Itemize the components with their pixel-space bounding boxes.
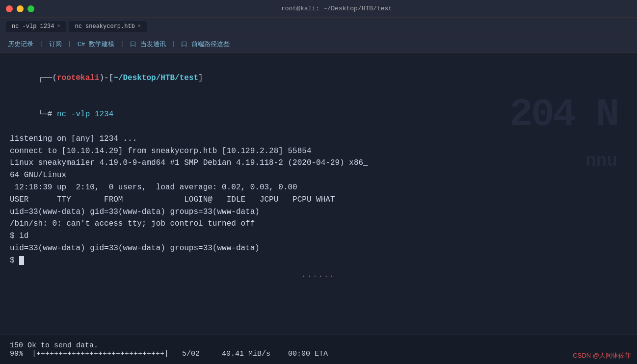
minimize-button[interactable] (17, 5, 24, 12)
maximize-button[interactable] (27, 5, 34, 12)
bottom-status-bar: 150 Ok to send data. 99% |++++++++++++++… (0, 335, 637, 364)
breadcrumb-frontend[interactable]: 口 前端路径这些 (181, 40, 230, 49)
status-line-1: 150 Ok to send data. (10, 341, 627, 350)
browser-bar: nc -vlp 1234 × nc sneakycorp.htb × (0, 18, 637, 35)
breadcrumb-subscribe[interactable]: 订阅 (49, 40, 62, 49)
command-line: └─# nc -vlp 1234 (10, 96, 627, 132)
breadcrumb-math[interactable]: C# 数学建模 (78, 40, 114, 49)
output-line-1: listening on [any] 1234 ... (10, 133, 627, 145)
output-line-9: $ id (10, 230, 627, 242)
output-line-4: 64 GNU/Linux (10, 169, 627, 182)
tab-1-close[interactable]: × (57, 24, 60, 29)
tab-1[interactable]: nc -vlp 1234 × (6, 21, 66, 32)
title-bar: root@kali: ~/Desktop/HTB/test (0, 0, 637, 18)
breadcrumb-alert[interactable]: 口 当发通讯 (130, 40, 166, 49)
breadcrumb-bar: 历史记录 | 订阅 | C# 数学建模 | 口 当发通讯 | 口 前端路径这些 (0, 35, 637, 53)
output-line-2: connect to [10.10.14.29] from sneakycorp… (10, 145, 627, 157)
output-line-11: $ (10, 255, 627, 267)
output-line-5: 12:18:39 up 2:10, 0 users, load average:… (10, 182, 627, 194)
output-line-7: uid=33(www-data) gid=33(www-data) groups… (10, 206, 627, 218)
close-button[interactable] (6, 5, 13, 12)
tab-2-close[interactable]: × (138, 24, 141, 29)
tab-2[interactable]: nc sneakycorp.htb × (69, 21, 146, 32)
output-line-8: /bin/sh: 0: can't access tty; job contro… (10, 218, 627, 230)
output-line-6: USER TTY FROM LOGIN@ IDLE JCPU PCPU WHAT (10, 194, 627, 206)
divider-dots: ...... (10, 271, 627, 279)
output-line-10: uid=33(www-data) gid=33(www-data) groups… (10, 242, 627, 255)
breadcrumb-history[interactable]: 历史记录 (8, 40, 33, 49)
status-line-2: 99% |+++++++++++++++++++++++++++++| 5/02… (10, 350, 627, 358)
title-bar-text: root@kali: ~/Desktop/HTB/test (42, 5, 631, 12)
terminal-content: 204 N nnu ┌──(root⊗kali)-[~/Desktop/HTB/… (0, 53, 637, 335)
tab-2-label: nc sneakycorp.htb (75, 23, 134, 30)
cursor (19, 256, 24, 265)
csdn-badge: CSDN @人间体佐菲 (573, 351, 631, 360)
output-line-3: Linux sneakymailer 4.19.0-9-amd64 #1 SMP… (10, 157, 627, 169)
tab-1-label: nc -vlp 1234 (12, 23, 54, 30)
terminal-window: root@kali: ~/Desktop/HTB/test nc -vlp 12… (0, 0, 637, 364)
prompt-line: ┌──(root⊗kali)-[~/Desktop/HTB/test] (10, 60, 627, 96)
